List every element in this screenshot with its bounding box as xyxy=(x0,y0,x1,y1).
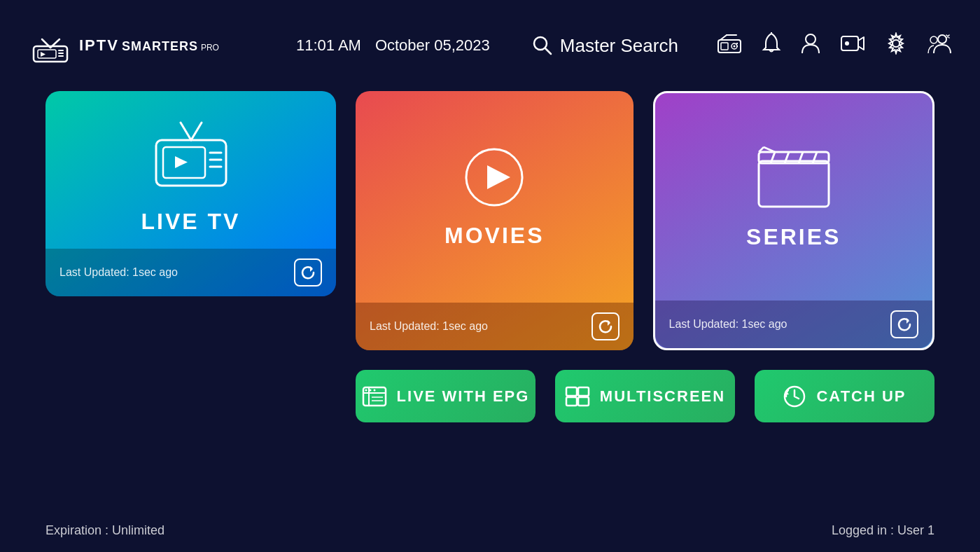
epg-icon xyxy=(362,386,387,407)
movies-card[interactable]: MOVIES Last Updated: 1sec ago xyxy=(356,91,634,350)
record-icon[interactable] xyxy=(840,34,865,58)
expiration-text: Expiration : Unlimited xyxy=(46,523,164,538)
logo-pro: PRO xyxy=(201,43,219,52)
search-label: Master Search xyxy=(560,35,678,57)
svg-line-27 xyxy=(191,123,202,140)
series-icon xyxy=(755,144,832,210)
svg-marker-21 xyxy=(858,37,864,50)
catch-up-button[interactable]: CATCH UP xyxy=(755,370,934,422)
svg-rect-17 xyxy=(736,46,738,47)
svg-marker-37 xyxy=(608,320,610,326)
svg-rect-57 xyxy=(566,397,577,406)
users-icon[interactable] xyxy=(927,32,952,60)
svg-marker-46 xyxy=(906,318,909,324)
svg-rect-55 xyxy=(566,387,577,396)
svg-point-24 xyxy=(938,35,946,43)
svg-marker-34 xyxy=(310,266,313,272)
live-epg-label: LIVE WITH EPG xyxy=(397,387,530,406)
catchup-icon xyxy=(783,385,806,408)
svg-line-9 xyxy=(545,48,551,54)
svg-point-54 xyxy=(373,389,375,391)
date-display: October 05,2023 xyxy=(375,36,490,55)
svg-rect-20 xyxy=(841,36,858,50)
bell-icon[interactable] xyxy=(762,32,781,60)
time-date: 11:01 AM October 05,2023 xyxy=(296,36,490,55)
main-content: LIVE TV Last Updated: 1sec ago xyxy=(0,91,980,422)
live-tv-card[interactable]: LIVE TV Last Updated: 1sec ago xyxy=(46,91,336,296)
settings-icon[interactable] xyxy=(885,32,907,60)
svg-point-52 xyxy=(365,389,367,391)
svg-point-13 xyxy=(734,45,736,47)
svg-point-53 xyxy=(369,389,371,391)
svg-rect-56 xyxy=(578,387,589,396)
bottom-buttons: LIVE WITH EPG MULTISCREEN CATCH UP xyxy=(356,370,934,422)
svg-rect-3 xyxy=(38,50,56,58)
live-tv-label: LIVE TV xyxy=(141,209,241,235)
logo-smarters: SMARTERS xyxy=(122,40,198,53)
multiscreen-button[interactable]: MULTISCREEN xyxy=(555,370,735,422)
live-epg-button[interactable]: LIVE WITH EPG xyxy=(356,370,536,422)
svg-marker-30 xyxy=(175,156,188,168)
cards-row: LIVE TV Last Updated: 1sec ago xyxy=(46,91,934,350)
movies-updated: Last Updated: 1sec ago xyxy=(370,320,488,333)
svg-rect-11 xyxy=(721,43,728,50)
live-tv-icon xyxy=(146,119,237,196)
footer: Expiration : Unlimited Logged in : User … xyxy=(46,523,934,538)
svg-point-22 xyxy=(845,41,849,46)
svg-line-14 xyxy=(720,35,727,40)
svg-point-23 xyxy=(892,40,899,47)
time-display: 11:01 AM xyxy=(296,36,361,55)
live-tv-footer: Last Updated: 1sec ago xyxy=(46,249,336,296)
svg-rect-16 xyxy=(736,43,738,44)
series-footer: Last Updated: 1sec ago xyxy=(655,301,933,348)
catch-up-label: CATCH UP xyxy=(816,387,906,406)
svg-line-26 xyxy=(181,123,191,140)
nav-icons xyxy=(717,32,952,60)
logo-iptv: IPTV xyxy=(79,38,119,53)
svg-rect-38 xyxy=(759,161,829,207)
search-icon xyxy=(532,35,553,56)
multiscreen-icon xyxy=(565,386,590,407)
multiscreen-label: MULTISCREEN xyxy=(600,387,725,406)
logo: IPTV SMARTERS PRO xyxy=(28,27,219,65)
live-tv-refresh[interactable] xyxy=(294,258,322,287)
movies-icon xyxy=(463,146,526,209)
svg-point-19 xyxy=(806,34,816,44)
series-card[interactable]: SERIES Last Updated: 1sec ago xyxy=(653,91,935,350)
svg-marker-36 xyxy=(487,165,510,189)
live-tv-updated: Last Updated: 1sec ago xyxy=(59,266,178,279)
svg-marker-7 xyxy=(41,52,46,57)
movies-label: MOVIES xyxy=(444,223,544,249)
series-label: SERIES xyxy=(746,224,841,250)
radio-icon[interactable] xyxy=(717,33,742,59)
movies-refresh[interactable] xyxy=(592,312,620,340)
logged-in-text: Logged in : User 1 xyxy=(832,523,934,538)
series-refresh[interactable] xyxy=(890,310,918,338)
user-icon[interactable] xyxy=(801,32,820,60)
svg-rect-58 xyxy=(578,397,589,406)
series-updated: Last Updated: 1sec ago xyxy=(669,318,788,331)
logo-text: IPTV SMARTERS PRO xyxy=(79,38,219,53)
svg-point-25 xyxy=(930,36,937,43)
movies-footer: Last Updated: 1sec ago xyxy=(356,303,634,350)
search-area[interactable]: Master Search xyxy=(532,35,678,57)
logo-icon xyxy=(28,27,74,65)
header: IPTV SMARTERS PRO 11:01 AM October 05,20… xyxy=(0,0,980,91)
